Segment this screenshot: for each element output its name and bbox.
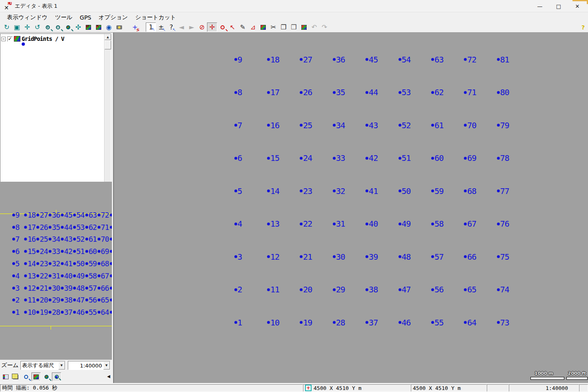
grid-point-73: 73 bbox=[497, 318, 509, 327]
measure-button[interactable]: ⊿ bbox=[248, 22, 258, 32]
previous-view-icon: ↺ bbox=[35, 24, 40, 31]
map-canvas[interactable]: 1000 m 2000 ft 9182736455463728181726354… bbox=[113, 33, 588, 383]
grid-point-39: 39 bbox=[61, 284, 72, 292]
help-button[interactable]: ? bbox=[581, 22, 585, 33]
zoom-extent-button[interactable]: ✣ bbox=[73, 22, 83, 32]
point-dot bbox=[333, 124, 336, 127]
grid-point-36: 36 bbox=[333, 55, 345, 65]
scroll-up-icon[interactable]: ▲ bbox=[105, 34, 111, 40]
image-map-button[interactable] bbox=[258, 22, 268, 32]
zoom-mode-select[interactable]: 表示する縮尺 ▼ bbox=[20, 361, 65, 370]
menu-item-0[interactable]: 表示ウィンドウ bbox=[3, 13, 51, 22]
copy-button[interactable]: ❐ bbox=[278, 22, 289, 32]
point-dot bbox=[399, 288, 401, 291]
back-icon: ◄ bbox=[179, 24, 184, 31]
scale-select[interactable]: 1:40000 ▼ bbox=[68, 361, 110, 370]
paste-button[interactable]: ❒ bbox=[289, 22, 299, 32]
pencil-button[interactable]: ✎ bbox=[238, 22, 248, 32]
select-tool-button[interactable]: ↖ bbox=[227, 22, 238, 32]
layer-visibility-checkbox[interactable]: ✓ bbox=[7, 36, 13, 42]
zoom-window-button[interactable]: ▣ bbox=[12, 22, 22, 32]
cancel-button[interactable]: ⊘ bbox=[197, 22, 207, 32]
overview-map[interactable]: 9182736455463728181726354453627180716253… bbox=[0, 182, 112, 360]
zoom-out-button[interactable]: − bbox=[53, 22, 63, 32]
point-dot bbox=[24, 287, 27, 290]
point-number: 27 bbox=[303, 55, 312, 65]
previous-view-button[interactable]: ↺ bbox=[32, 22, 42, 32]
tree-vertical-scrollbar[interactable]: ▲ ▼ bbox=[104, 34, 111, 205]
scrollbar-thumb[interactable] bbox=[105, 40, 111, 49]
chevron-down-icon[interactable]: ▼ bbox=[58, 361, 65, 370]
point-dot bbox=[497, 189, 500, 192]
grid-point-14: 14 bbox=[267, 186, 279, 196]
zoom-point-button[interactable] bbox=[52, 372, 61, 381]
panel-collapse-arrow-icon[interactable]: ◀ bbox=[107, 374, 110, 379]
layers-button[interactable] bbox=[11, 372, 20, 381]
globe-lock-button[interactable]: ◉ bbox=[104, 22, 114, 32]
map-select-button[interactable]: ↖ bbox=[94, 22, 104, 32]
point-dot bbox=[399, 58, 401, 61]
point-number: 35 bbox=[336, 87, 345, 97]
menu-item-3[interactable]: オプション bbox=[95, 13, 131, 22]
point-number: 30 bbox=[52, 284, 60, 292]
grid-point-77: 77 bbox=[110, 259, 112, 268]
redraw-button[interactable]: ↻ bbox=[2, 22, 12, 32]
grid-point-42: 42 bbox=[365, 153, 378, 163]
menu-item-2[interactable]: GPS bbox=[76, 13, 95, 22]
select-help-button[interactable]: ?↖ bbox=[166, 22, 176, 32]
grid-point-16: 16 bbox=[24, 235, 36, 243]
menu-item-4[interactable]: ショートカット bbox=[131, 13, 180, 22]
point-number: 46 bbox=[76, 308, 85, 316]
camera-button[interactable] bbox=[114, 22, 124, 32]
pan-view-button[interactable]: ✛ bbox=[22, 22, 32, 32]
snap-coords-text: 4500 X 4510 Y m bbox=[413, 385, 461, 391]
legend-list-button[interactable] bbox=[1, 372, 10, 381]
grid-point-20: 20 bbox=[300, 285, 312, 294]
grid-point-46: 46 bbox=[73, 308, 85, 316]
point-number: 54 bbox=[402, 55, 411, 65]
zoom-in-button[interactable]: + bbox=[42, 22, 53, 32]
zoom-tool-button[interactable] bbox=[217, 22, 227, 32]
point-number: 22 bbox=[303, 219, 312, 229]
back-button[interactable]: ◄ bbox=[176, 22, 187, 32]
undo-button[interactable]: ↶ bbox=[309, 22, 319, 32]
grid-point-48: 48 bbox=[73, 284, 85, 292]
layer-tree[interactable]: − ✓ GridPoints / V ▲ ▼ bbox=[0, 33, 111, 206]
globe-lock-icon: ◉ bbox=[106, 24, 112, 31]
point-number: 68 bbox=[101, 259, 109, 268]
point-dot bbox=[234, 58, 237, 61]
zoom-layer-button[interactable] bbox=[63, 22, 73, 32]
select-one-button[interactable]: 1↖ bbox=[146, 22, 156, 32]
chevron-down-icon[interactable]: ▼ bbox=[103, 361, 110, 370]
point-dot bbox=[431, 223, 434, 225]
grid-point-44: 44 bbox=[365, 87, 378, 97]
zoom-tool-icon bbox=[220, 25, 225, 29]
redo-button[interactable]: ↷ bbox=[319, 22, 330, 32]
maximize-button[interactable]: □ bbox=[549, 0, 568, 12]
select-plusminus-button[interactable]: ±↖ bbox=[156, 22, 166, 32]
find-button[interactable] bbox=[21, 372, 31, 381]
add-measure-button[interactable]: +≶ bbox=[130, 22, 140, 32]
magnify-map-button[interactable] bbox=[42, 372, 51, 381]
polygon-style-button[interactable] bbox=[299, 22, 309, 32]
grid-point-7: 7 bbox=[12, 235, 20, 243]
map-overlay: ↖ bbox=[96, 24, 100, 28]
tree-collapse-icon[interactable]: − bbox=[1, 37, 6, 41]
grid-point-71: 71 bbox=[464, 87, 476, 97]
layer-tree-item[interactable]: − ✓ GridPoints / V bbox=[1, 35, 64, 42]
point-dot bbox=[365, 58, 368, 61]
point-dot bbox=[365, 91, 368, 94]
pan-tool-button[interactable]: ✛ bbox=[207, 22, 217, 32]
cut-button[interactable]: ✂ bbox=[268, 22, 278, 32]
map-swap-button[interactable]: ⇄ bbox=[83, 22, 94, 32]
menu-item-1[interactable]: ツール bbox=[51, 13, 76, 22]
snap-coordinates: 4500 X 4510 Y m bbox=[411, 384, 487, 392]
forward-button[interactable]: ► bbox=[187, 22, 197, 32]
point-number: 76 bbox=[500, 219, 509, 229]
point-number: 61 bbox=[89, 235, 97, 243]
overview-map-button[interactable] bbox=[31, 372, 41, 381]
grid-point-62: 62 bbox=[85, 223, 97, 232]
minimize-button[interactable]: — bbox=[530, 0, 549, 12]
grid-point-76: 76 bbox=[110, 272, 112, 280]
close-button[interactable]: ✕ bbox=[568, 0, 587, 12]
